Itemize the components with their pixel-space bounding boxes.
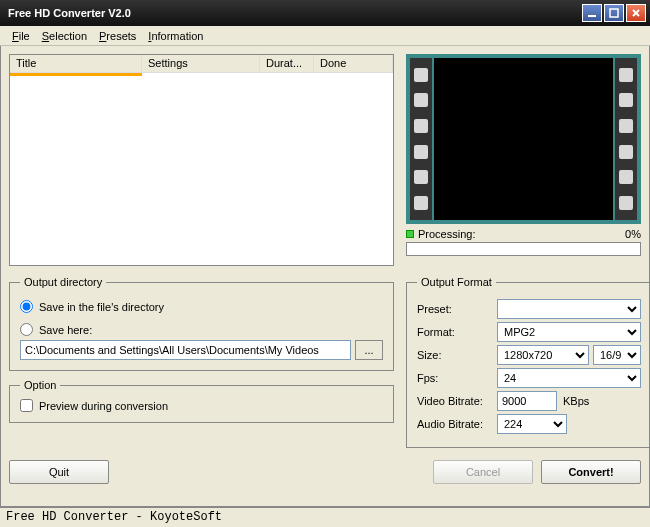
svg-rect-1: [610, 9, 618, 17]
progress-bar: [406, 242, 641, 256]
svg-rect-0: [588, 15, 596, 17]
option-group: Option Preview during conversion: [9, 379, 394, 423]
output-format-group: Output Format Preset: Format: MPG2 Size:…: [406, 276, 650, 448]
maximize-button[interactable]: [604, 4, 624, 22]
output-directory-legend: Output directory: [20, 276, 106, 288]
menu-file[interactable]: File: [6, 28, 36, 44]
file-list[interactable]: Title Settings Durat... Done: [9, 54, 394, 266]
format-label: Format:: [417, 326, 497, 338]
video-bitrate-unit: KBps: [563, 395, 589, 407]
titlebar: Free HD Converter V2.0: [0, 0, 650, 26]
output-format-legend: Output Format: [417, 276, 496, 288]
video-bitrate-label: Video Bitrate:: [417, 395, 497, 407]
processing-percent: 0%: [625, 228, 641, 240]
minimize-button[interactable]: [582, 4, 602, 22]
output-path-input[interactable]: [20, 340, 351, 360]
processing-led-icon: [406, 230, 414, 238]
menu-selection[interactable]: Selection: [36, 28, 93, 44]
radio-save-file-dir-label: Save in the file's directory: [39, 301, 164, 313]
file-list-header: Title Settings Durat... Done: [10, 55, 393, 73]
preview-screen: [434, 58, 613, 220]
browse-button[interactable]: ...: [355, 340, 383, 360]
fps-select[interactable]: 24: [497, 368, 641, 388]
col-done[interactable]: Done: [314, 55, 393, 72]
audio-bitrate-label: Audio Bitrate:: [417, 418, 497, 430]
format-select[interactable]: MPG2: [497, 322, 641, 342]
audio-bitrate-select[interactable]: 224: [497, 414, 567, 434]
preview-area: [406, 54, 641, 224]
sort-indicator: [10, 73, 142, 76]
status-bar: Free HD Converter - KoyoteSoft: [0, 507, 650, 527]
radio-save-here[interactable]: [20, 323, 33, 336]
close-button[interactable]: [626, 4, 646, 22]
fps-label: Fps:: [417, 372, 497, 384]
size-select[interactable]: 1280x720: [497, 345, 589, 365]
size-label: Size:: [417, 349, 497, 361]
film-edge-left: [410, 58, 432, 220]
preview-checkbox-label: Preview during conversion: [39, 400, 168, 412]
convert-button[interactable]: Convert!: [541, 460, 641, 484]
aspect-select[interactable]: 16/9: [593, 345, 641, 365]
radio-save-file-dir[interactable]: [20, 300, 33, 313]
output-directory-group: Output directory Save in the file's dire…: [9, 276, 394, 371]
preset-select[interactable]: [497, 299, 641, 319]
window-title: Free HD Converter V2.0: [4, 7, 580, 19]
preset-label: Preset:: [417, 303, 497, 315]
radio-save-here-label: Save here:: [39, 324, 92, 336]
option-legend: Option: [20, 379, 60, 391]
menu-information[interactable]: Information: [142, 28, 209, 44]
col-settings[interactable]: Settings: [142, 55, 260, 72]
col-duration[interactable]: Durat...: [260, 55, 314, 72]
col-title[interactable]: Title: [10, 55, 142, 72]
film-edge-right: [615, 58, 637, 220]
menubar: File Selection Presets Information: [0, 26, 650, 46]
menu-presets[interactable]: Presets: [93, 28, 142, 44]
processing-label: Processing:: [418, 228, 625, 240]
video-bitrate-input[interactable]: [497, 391, 557, 411]
preview-checkbox[interactable]: [20, 399, 33, 412]
quit-button[interactable]: Quit: [9, 460, 109, 484]
cancel-button[interactable]: Cancel: [433, 460, 533, 484]
